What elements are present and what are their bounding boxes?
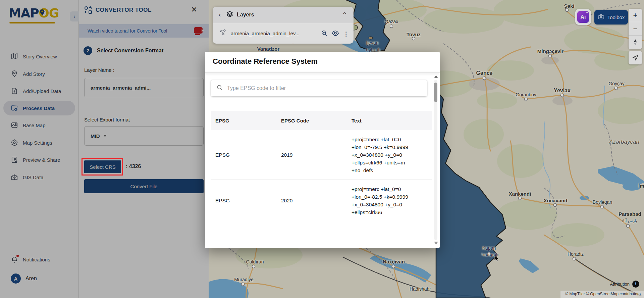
scrollbar-track[interactable] [434, 80, 437, 240]
cell-epsg-code: 2019 [281, 152, 352, 158]
cell-epsg: EPSG [211, 152, 281, 158]
modal-title: Coordinate Reference System [213, 57, 318, 66]
scrollbar-thumb[interactable] [434, 83, 437, 102]
column-header-epsg: EPSG [211, 118, 281, 123]
app-root: ŞəkiQazaxTovuzIjevanԻջևանVanadzorMingəçe… [0, 0, 644, 298]
cell-epsg-code: 2020 [281, 198, 352, 204]
scroll-up-arrow-icon[interactable] [434, 75, 438, 78]
column-header-text: Text [352, 117, 425, 125]
epsg-search-box[interactable] [211, 80, 427, 96]
modal-scrollbar[interactable] [433, 75, 438, 245]
select-crs-highlight-box [82, 158, 123, 176]
crs-row[interactable]: EPSG 2019 +proj=tmerc +lat_0=0 +lon_0=-7… [211, 130, 432, 180]
cell-text: +proj=tmerc +lat_0=0 +lon_0=-79.5 +k=0.9… [352, 130, 425, 180]
column-header-epsg-code: EPSG Code [281, 118, 352, 123]
crs-row[interactable]: EPSG 2020 +proj=tmerc +lat_0=0 +lon_0=-8… [211, 180, 432, 221]
epsg-search-input[interactable] [227, 85, 408, 91]
modal-backdrop-left [0, 0, 209, 298]
crs-table: EPSG EPSG Code Text EPSG 2019 +proj=tmer… [211, 111, 432, 221]
search-icon [216, 84, 223, 92]
divider [205, 72, 440, 73]
scroll-down-arrow-icon[interactable] [434, 242, 438, 245]
cell-epsg: EPSG [211, 198, 281, 204]
crs-modal: Coordinate Reference System EPSG EPSG Co… [205, 52, 440, 248]
cell-text: +proj=tmerc +lat_0=0 +lon_0=-82.5 +k=0.9… [352, 180, 425, 221]
crs-table-header: EPSG EPSG Code Text [211, 111, 432, 130]
